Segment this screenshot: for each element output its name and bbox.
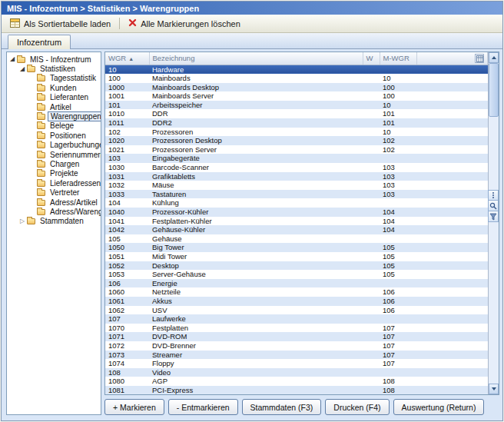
table-row[interactable]: 106Energie <box>105 279 488 288</box>
table-row[interactable]: 1000Mainboards Desktop100 <box>105 83 488 92</box>
tree-item-tagesstatistik[interactable]: Tagesstatistik <box>7 74 101 83</box>
cell-filler <box>416 136 488 145</box>
tree-item-positionen[interactable]: Positionen <box>7 131 101 140</box>
entmarkieren-button[interactable]: - Entmarkieren <box>168 399 238 415</box>
tree-item-warengruppen[interactable]: Warengruppen <box>7 111 101 121</box>
filter-icon[interactable] <box>488 211 499 222</box>
main-toolbar: Als Sortiertabelle laden Alle Markierung… <box>2 15 502 33</box>
table-row[interactable]: 1021Prozessoren Server102 <box>105 145 488 155</box>
column-settings-icon[interactable] <box>475 54 484 63</box>
table-row[interactable]: 100Mainboards10 <box>105 74 488 83</box>
table-row[interactable]: 1073Streamer107 <box>105 351 488 360</box>
column-header-w[interactable]: W <box>363 52 380 65</box>
cell-mwgr: 100 <box>380 83 416 92</box>
cell-bezeichnung: Akkus <box>149 297 363 306</box>
cell-wgr: 1060 <box>105 287 149 297</box>
cell-bezeichnung: Floppy <box>149 359 363 368</box>
table-row[interactable]: 1061Akkus106 <box>105 297 488 306</box>
table-row[interactable]: 1053Server-Gehäuse105 <box>105 270 488 279</box>
cell-bezeichnung: Desktop <box>149 261 363 271</box>
table-row[interactable]: 1031Grafiktabletts103 <box>105 172 488 181</box>
table-row[interactable]: 105Gehäuse <box>105 234 488 244</box>
table-row[interactable]: 1030Barcode-Scanner103 <box>105 163 488 172</box>
table-row[interactable]: 101Arbeitsspeicher10 <box>105 101 488 110</box>
cell-wgr: 10 <box>105 65 149 74</box>
table-row[interactable]: 1070Festplatten107 <box>105 324 488 333</box>
alle-markierungen-loeschen-button[interactable]: Alle Markierungen löschen <box>123 16 246 32</box>
tree-item-label: Projekte <box>48 169 81 178</box>
vertical-scrollbar[interactable] <box>488 52 499 394</box>
table-row[interactable]: 108Video <box>105 368 488 377</box>
table-row[interactable]: 1060Netzteile106 <box>105 287 488 297</box>
cell-filler <box>416 252 488 261</box>
cell-w <box>363 377 380 386</box>
scrollbar-thumb[interactable] <box>489 63 499 117</box>
table-row[interactable]: 1001Mainboards Server100 <box>105 91 488 101</box>
expand-expander-icon[interactable] <box>18 218 26 224</box>
auswertung-button[interactable]: Auswertung (Return) <box>393 399 485 415</box>
table-row[interactable]: 1052Desktop105 <box>105 261 488 271</box>
tree-item-stammdaten[interactable]: Stammdaten <box>7 217 101 226</box>
drucken-button[interactable]: Drucken (F4) <box>325 399 389 415</box>
cell-w <box>363 172 380 181</box>
table-row[interactable]: 1081PCI-Express108 <box>105 386 488 394</box>
stammdaten-button[interactable]: Stammdaten (F3) <box>242 399 322 415</box>
folder-icon <box>37 152 45 158</box>
grip-icon[interactable] <box>488 190 499 201</box>
collapse-expander-icon[interactable] <box>8 56 16 62</box>
tree-item-projekte[interactable]: Projekte <box>7 169 101 178</box>
column-header-mwgr[interactable]: M-WGR <box>380 52 416 65</box>
table-row[interactable]: 1071DVD-ROM107 <box>105 332 488 341</box>
table-row[interactable]: 1062USV106 <box>105 306 488 315</box>
tree-item-lieferadressen[interactable]: Lieferadressen <box>7 178 101 188</box>
cell-w <box>363 128 380 137</box>
magnifier-icon[interactable] <box>488 201 499 211</box>
tree-item-belege[interactable]: Belege <box>7 121 101 131</box>
scrollbar-track[interactable] <box>489 117 499 384</box>
tree-item-statistiken[interactable]: Statistiken <box>7 64 101 73</box>
tree-item-artikel[interactable]: Artikel <box>7 102 101 111</box>
tree-item-seriennummern[interactable]: Seriennummern <box>7 150 101 159</box>
table-row[interactable]: 1074Floppy107 <box>105 359 488 368</box>
table-row[interactable]: 1080AGP108 <box>105 377 488 386</box>
markieren-button[interactable]: + Markieren <box>104 399 164 415</box>
cell-bezeichnung: Gehäuse <box>149 234 363 244</box>
table-row[interactable]: 1041Festplatten-Kühler104 <box>105 217 488 226</box>
table-row[interactable]: 1010DDR101 <box>105 109 488 118</box>
tree-item-adress-artikel[interactable]: Adress/Artikel <box>7 198 101 207</box>
column-header-wgr[interactable]: WGR▲ <box>105 52 149 65</box>
cell-wgr: 1000 <box>105 83 149 92</box>
table-row[interactable]: 1011DDR2101 <box>105 118 488 128</box>
tree-item-kunden[interactable]: Kunden <box>7 83 101 92</box>
scroll-down-button[interactable] <box>489 384 499 394</box>
als-sortiertabelle-laden-button[interactable]: Als Sortiertabelle laden <box>5 16 116 32</box>
table-row[interactable]: 1032Mäuse103 <box>105 181 488 190</box>
cell-w <box>363 332 380 341</box>
table-row[interactable]: 1050Big Tower105 <box>105 243 488 252</box>
tree-item-mis-infozentrum[interactable]: MIS - Infozentrum <box>7 55 101 64</box>
table-row[interactable]: 1072DVD-Brenner107 <box>105 341 488 351</box>
table-row[interactable]: 1042Gehäuse-Kühler104 <box>105 225 488 234</box>
table-row[interactable]: 1040Prozessor-Kühler104 <box>105 208 488 217</box>
table-row[interactable]: 107Laufwerke <box>105 314 488 324</box>
tree-item-lagerbuchungen[interactable]: Lagerbuchungen <box>7 141 101 150</box>
tree-item-lieferanten[interactable]: Lieferanten <box>7 93 101 102</box>
table-row[interactable]: 1020Prozessoren Desktop102 <box>105 136 488 145</box>
tree-item-chargen[interactable]: Chargen <box>7 159 101 168</box>
collapse-expander-icon[interactable] <box>18 66 26 72</box>
cell-mwgr <box>380 314 416 324</box>
window-title: MIS - Infozentrum > Statistiken > Wareng… <box>7 4 199 13</box>
table-row[interactable]: 10Hardware <box>105 65 488 74</box>
table-row[interactable]: 104Kühlung <box>105 198 488 208</box>
table-body: 10Hardware100Mainboards101000Mainboards … <box>105 65 488 394</box>
table-row[interactable]: 1033Tastaturen103 <box>105 190 488 199</box>
cell-wgr: 1074 <box>105 359 149 368</box>
tree-item-adress-warengruppen[interactable]: Adress/Warengruppen <box>7 207 101 216</box>
table-row[interactable]: 1051Midi Tower105 <box>105 252 488 261</box>
column-header-bezeichnung[interactable]: Bezeichnung <box>149 52 363 65</box>
tab-infozentrum[interactable]: Infozentrum <box>8 35 71 49</box>
table-row[interactable]: 102Prozessoren10 <box>105 128 488 137</box>
table-row[interactable]: 103Eingabegeräte <box>105 154 488 163</box>
tree-item-vertreter[interactable]: Vertreter <box>7 188 101 197</box>
scroll-up-button[interactable] <box>489 52 499 63</box>
